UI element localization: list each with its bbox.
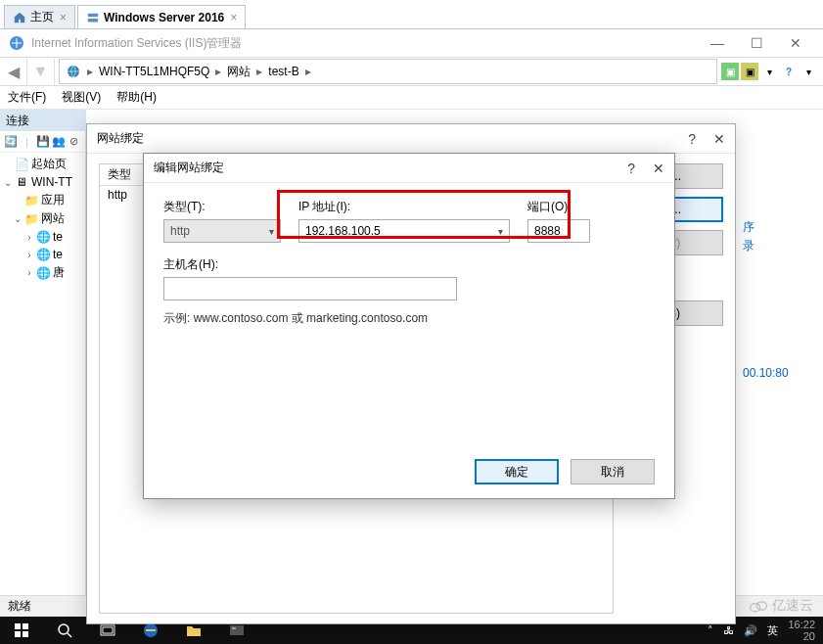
- expand-icon[interactable]: ⌄: [12, 213, 23, 224]
- tree-sites[interactable]: ⌄ 📁 网站: [2, 209, 83, 228]
- host-icon: 🖥: [14, 174, 29, 190]
- nav-forward-icon[interactable]: ▼: [27, 58, 55, 85]
- breadcrumb-path[interactable]: ▸ WIN-TT5L1MHQF5Q ▸ 网站 ▸ test-B ▸: [59, 59, 717, 84]
- watermark-text: 亿速云: [772, 597, 813, 615]
- tree-site-3-label: 唐: [53, 264, 65, 281]
- cancel-button[interactable]: 取消: [571, 459, 655, 484]
- edit-help-icon[interactable]: ?: [627, 161, 635, 176]
- svg-rect-11: [103, 627, 113, 633]
- chevron-down-icon: ▾: [269, 226, 274, 237]
- breadcrumb-sep-icon: ▸: [254, 65, 264, 78]
- action-link-2[interactable]: 录: [743, 238, 819, 254]
- chevron-down-icon[interactable]: ▾: [498, 226, 503, 237]
- svg-rect-5: [23, 623, 28, 629]
- connections-tree: 📄 起始页 ⌄ 🖥 WIN-TT 📁 应用 ⌄ 📁 网站 › 🌐 t: [0, 153, 85, 284]
- tree-site-2-label: te: [53, 248, 63, 261]
- bindings-title-bar: 网站绑定 ? ✕: [87, 124, 735, 154]
- ip-select[interactable]: 192.168.100.5 ▾: [298, 219, 510, 243]
- window-minimize-icon[interactable]: —: [698, 35, 737, 51]
- breadcrumb-sites[interactable]: 网站: [223, 64, 254, 80]
- start-button[interactable]: [0, 617, 43, 644]
- tree-app-pools[interactable]: 📁 应用: [2, 191, 83, 209]
- tab-server-label: Windows Server 2016: [104, 11, 224, 24]
- svg-point-8: [59, 624, 69, 634]
- tray-volume-icon[interactable]: 🔊: [744, 624, 757, 637]
- breadcrumb-site[interactable]: test-B: [264, 65, 302, 78]
- tab-home[interactable]: 主页 ×: [4, 5, 75, 28]
- clock-date[interactable]: 20: [788, 630, 815, 642]
- nav-back-icon[interactable]: ◀: [0, 58, 27, 85]
- search-button[interactable]: [43, 617, 86, 644]
- host-input[interactable]: [163, 277, 457, 300]
- expand-icon[interactable]: ›: [23, 267, 35, 278]
- conn-stop-icon[interactable]: ⊘: [68, 134, 81, 150]
- conn-group-icon[interactable]: 👥: [52, 134, 66, 150]
- type-label: 类型(T):: [163, 199, 281, 215]
- tray-up-icon[interactable]: ˄: [708, 624, 713, 637]
- conn-reconnect-icon[interactable]: 🔄: [4, 134, 18, 150]
- expand-icon[interactable]: ⌄: [2, 177, 14, 188]
- svg-rect-13: [230, 625, 244, 635]
- tree-app-pools-label: 应用: [41, 192, 65, 208]
- nav-help-icon[interactable]: ?: [780, 63, 798, 80]
- menu-view[interactable]: 视图(V): [62, 89, 101, 106]
- edit-binding-dialog: 编辑网站绑定 ? ✕ 类型(T): http ▾ IP 地址(I): 192.1…: [143, 153, 675, 499]
- action-link-1[interactable]: 序: [743, 219, 819, 236]
- clock-time[interactable]: 16:22: [788, 619, 815, 630]
- tab-home-close-icon[interactable]: ×: [60, 11, 67, 24]
- site-icon: 🌐: [35, 229, 51, 245]
- connections-toolbar: 🔄 | 💾 👥 ⊘: [0, 131, 85, 153]
- edit-close-icon[interactable]: ✕: [653, 161, 664, 176]
- bindings-close-icon[interactable]: ✕: [713, 131, 725, 147]
- ime-indicator[interactable]: 英: [767, 623, 778, 638]
- edit-title-bar: 编辑网站绑定 ? ✕: [144, 154, 674, 183]
- svg-line-9: [68, 633, 71, 637]
- port-input[interactable]: [527, 219, 590, 243]
- ok-button[interactable]: 确定: [475, 459, 559, 484]
- status-text: 就绪: [8, 598, 31, 615]
- menu-file[interactable]: 文件(F): [8, 89, 46, 106]
- tree-host[interactable]: ⌄ 🖥 WIN-TT: [2, 173, 83, 191]
- svg-rect-0: [88, 13, 99, 17]
- conn-save-icon[interactable]: 💾: [35, 134, 49, 150]
- home-icon: [13, 11, 26, 24]
- svg-rect-14: [232, 627, 236, 629]
- connections-header: 连接: [0, 110, 85, 131]
- tab-server-close-icon[interactable]: ×: [230, 11, 237, 24]
- tree-site-2[interactable]: › 🌐 te: [2, 246, 83, 263]
- port-label: 端口(O):: [527, 199, 590, 215]
- menu-bar: 文件(F) 视图(V) 帮助(H): [0, 86, 823, 110]
- sites-folder-icon: 📁: [23, 211, 39, 227]
- start-page-icon: 📄: [14, 157, 29, 172]
- window-close-icon[interactable]: ✕: [776, 35, 815, 51]
- svg-rect-7: [23, 631, 28, 637]
- ip-label: IP 地址(I):: [298, 199, 510, 215]
- action-browse-link[interactable]: 00.10:80: [743, 366, 819, 380]
- tray-network-icon[interactable]: 🖧: [723, 624, 734, 636]
- type-value: http: [170, 224, 190, 238]
- search-icon: [57, 622, 72, 638]
- nav-tool-dropdown-icon[interactable]: ▾: [760, 63, 778, 80]
- menu-help[interactable]: 帮助(H): [116, 89, 157, 106]
- expand-icon[interactable]: ›: [23, 250, 35, 260]
- window-maximize-icon[interactable]: ☐: [737, 35, 776, 51]
- watermark-logo-icon: [749, 599, 768, 613]
- watermark: 亿速云: [749, 597, 813, 615]
- connections-panel: 连接 🔄 | 💾 👥 ⊘ 📄 起始页 ⌄ 🖥 WIN-TT 📁 应用: [0, 110, 86, 597]
- expand-icon[interactable]: ›: [23, 232, 35, 243]
- bindings-help-icon[interactable]: ?: [688, 131, 696, 147]
- breadcrumb-host[interactable]: WIN-TT5L1MHQF5Q: [95, 65, 213, 78]
- tree-site-1[interactable]: › 🌐 te: [2, 228, 83, 246]
- svg-point-15: [751, 604, 760, 612]
- bindings-title: 网站绑定: [97, 130, 144, 147]
- nav-tool-1-icon[interactable]: ▣: [721, 63, 739, 80]
- tab-server[interactable]: Windows Server 2016 ×: [77, 5, 246, 28]
- tree-site-3[interactable]: › 🌐 唐: [2, 263, 83, 282]
- tree-start-page[interactable]: 📄 起始页: [2, 155, 83, 173]
- nav-help-dropdown-icon[interactable]: ▾: [800, 63, 817, 80]
- tree-start-page-label: 起始页: [31, 156, 67, 172]
- site-icon: 🌐: [35, 265, 51, 281]
- nav-tool-2-icon[interactable]: ▣: [741, 63, 758, 80]
- svg-point-16: [756, 602, 766, 610]
- tree-site-1-label: te: [53, 230, 63, 244]
